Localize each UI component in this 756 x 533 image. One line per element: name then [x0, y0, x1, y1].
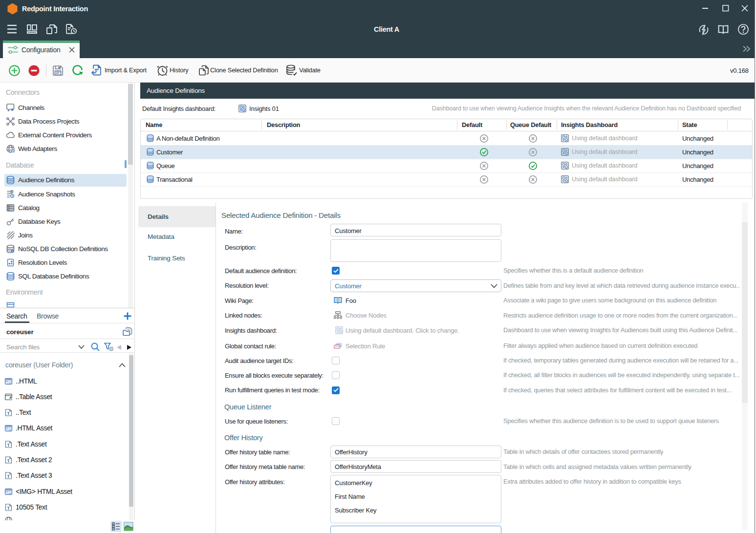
- svg-text:T: T: [7, 458, 10, 463]
- svg-text:T: T: [7, 411, 10, 416]
- svg-text:T: T: [7, 443, 10, 448]
- svg-text:T: T: [7, 506, 10, 511]
- svg-text:T: T: [7, 474, 10, 479]
